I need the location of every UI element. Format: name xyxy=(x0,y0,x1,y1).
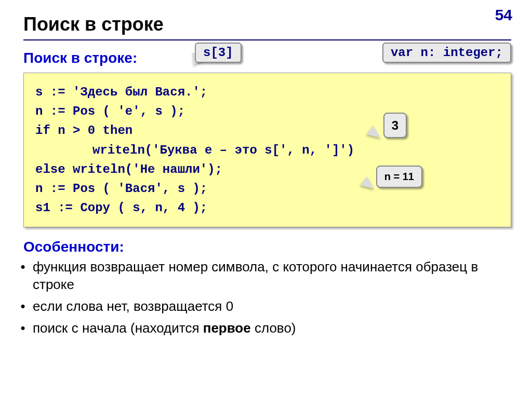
features-list: функция возвращает номер символа, с кото… xyxy=(33,258,511,337)
result-badge-3: 3 xyxy=(383,113,407,138)
code-line: n := Pos ( 'Вася', s ); xyxy=(35,179,499,198)
code-line: s := 'Здесь был Вася.'; xyxy=(35,83,499,102)
chip-var-decl: var n: integer; xyxy=(382,43,511,63)
code-line: writeln('Буква е – это s[', n, ']') xyxy=(35,141,499,160)
code-line: else writeln('Не нашли'); xyxy=(35,160,499,179)
feature-bold: первое xyxy=(203,320,251,336)
feature-item: функция возвращает номер символа, с кото… xyxy=(33,258,511,294)
features-heading: Особенности: xyxy=(23,239,511,255)
chip-s3: s[3] xyxy=(195,43,242,63)
code-block: s := 'Здесь был Вася.'; n := Pos ( 'е', … xyxy=(23,73,511,227)
feature-item: поиск с начала (находится первое слово) xyxy=(33,320,511,337)
slide-title: Поиск в строке xyxy=(23,13,511,35)
feature-text: слово) xyxy=(251,320,296,336)
code-line: if n > 0 then xyxy=(35,121,499,140)
code-line: s1 := Copy ( s, n, 4 ); xyxy=(35,198,499,217)
result-badge-n11: n = 11 xyxy=(376,166,422,188)
title-divider xyxy=(23,39,511,40)
feature-item: если слова нет, возвращается 0 xyxy=(33,298,511,315)
page-number: 54 xyxy=(495,6,512,24)
feature-text: поиск с начала (находится xyxy=(33,320,203,336)
section-subtitle: Поиск в строке: xyxy=(23,50,137,66)
code-line: n := Pos ( 'е', s ); xyxy=(35,102,499,121)
